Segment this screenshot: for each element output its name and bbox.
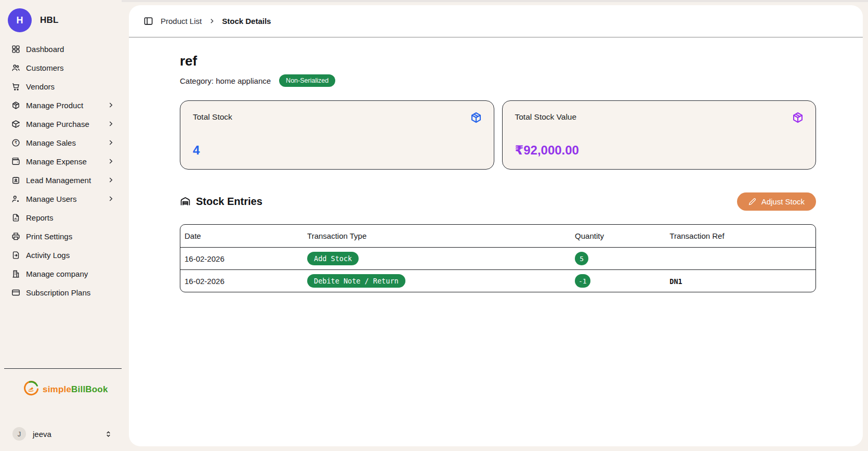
total-stock-label: Total Stock — [193, 112, 481, 122]
chevron-right-icon — [107, 139, 114, 146]
id-card-icon — [11, 176, 20, 185]
sidebar-item-label: Print Settings — [26, 232, 114, 241]
adjust-stock-button-label: Adjust Stock — [761, 197, 805, 206]
stock-entries-table: Date Transaction Type Quantity Transacti… — [180, 224, 816, 292]
cell-date: 16-02-2026 — [180, 247, 303, 269]
sidebar-item-manage-product[interactable]: Manage Product — [0, 96, 122, 114]
app-name: HBL — [40, 15, 59, 25]
customers-icon — [11, 63, 20, 72]
package-icon — [11, 101, 20, 110]
sidebar-item-label: Activity Logs — [26, 251, 114, 260]
sidebar-item-dashboard[interactable]: Dashboard — [0, 40, 122, 58]
vendors-icon — [11, 82, 20, 91]
sidebar-item-vendors[interactable]: Vendors — [0, 77, 122, 96]
sidebar-item-activity-logs[interactable]: Activity Logs — [0, 246, 122, 264]
sidebar-item-subscription-plans[interactable]: Subscription Plans — [0, 283, 122, 302]
sidebar-item-manage-company[interactable]: Manage company — [0, 264, 122, 283]
cell-date: 16-02-2026 — [180, 269, 303, 292]
chevron-right-icon — [107, 120, 114, 127]
file-chart-icon — [11, 213, 20, 222]
product-meta: Category: home appliance Non-Serialized — [180, 74, 816, 87]
chevrons-up-down-icon — [104, 430, 112, 438]
dashboard-icon — [11, 45, 20, 54]
credit-card-icon — [11, 288, 20, 297]
sidebar-item-label: Manage company — [26, 269, 114, 278]
simplebillbook-logo-icon — [23, 380, 40, 399]
stock-entries-title-text: Stock Entries — [196, 196, 262, 208]
file-output-icon — [11, 251, 20, 260]
total-stock-value-label: Total Stock Value — [515, 112, 804, 122]
product-name: ref — [180, 53, 816, 69]
chevron-right-icon — [107, 195, 114, 202]
product-category: Category: home appliance — [180, 76, 271, 85]
table-header-row: Date Transaction Type Quantity Transacti… — [180, 225, 816, 247]
app-avatar: H — [8, 8, 32, 32]
sidebar-toggle-icon[interactable] — [143, 16, 153, 26]
stat-cards: Total Stock 4 Total Stock Value ₹92,000.… — [180, 100, 816, 170]
user-name: jeeva — [33, 430, 98, 439]
transaction-ref-text: DN1 — [669, 277, 682, 286]
chevron-right-icon — [107, 101, 114, 109]
quantity-badge: -1 — [575, 274, 590, 288]
sidebar-item-label: Lead Management — [26, 176, 101, 185]
breadcrumb-stock-details: Stock Details — [222, 17, 271, 25]
page-content: ref Category: home appliance Non-Seriali… — [129, 37, 863, 292]
total-stock-value: 4 — [193, 143, 200, 158]
total-stock-value-amount: ₹92,000.00 — [515, 143, 579, 158]
sidebar-item-label: Manage Product — [26, 101, 101, 110]
printer-icon — [11, 232, 20, 241]
package-icon — [470, 111, 482, 124]
sidebar-item-manage-expense[interactable]: Manage Expense — [0, 152, 122, 171]
column-header-date: Date — [180, 225, 303, 247]
breadcrumb-product-list[interactable]: Product List — [161, 17, 202, 25]
building-icon — [11, 269, 20, 278]
sidebar-item-label: Vendors — [26, 82, 114, 91]
logo-text: simpleBillBook — [43, 384, 108, 395]
page-header: Product List Stock Details — [129, 5, 863, 37]
breadcrumb: Product List Stock Details — [161, 17, 271, 25]
column-header-quantity: Quantity — [571, 225, 665, 247]
pencil-icon — [748, 198, 756, 205]
cell-quantity: 5 — [571, 247, 665, 269]
sidebar-item-reports[interactable]: Reports — [0, 208, 122, 227]
sidebar-item-label: Manage Expense — [26, 157, 101, 166]
rupee-circle-icon: ₹ — [11, 138, 20, 147]
sidebar-item-label: Subscription Plans — [26, 288, 114, 297]
sidebar-item-label: Manage Users — [26, 195, 101, 203]
app-brand: H HBL — [0, 6, 122, 40]
sidebar-item-customers[interactable]: Customers — [0, 58, 122, 77]
cell-quantity: -1 — [571, 269, 665, 292]
sidebar-item-print-settings[interactable]: Print Settings — [0, 227, 122, 246]
sidebar-nav: Dashboard Customers Vendors Manage Produ… — [0, 40, 122, 302]
sidebar-item-lead-management[interactable]: Lead Management — [0, 171, 122, 189]
table-row: 16-02-2026 Debite Note / Return -1 DN1 — [180, 269, 816, 292]
cell-transaction-type: Debite Note / Return — [303, 269, 571, 292]
package-check-icon — [11, 120, 20, 128]
transaction-type-badge: Add Stock — [307, 252, 359, 265]
total-stock-value-card: Total Stock Value ₹92,000.00 — [502, 100, 817, 170]
sidebar-item-label: Manage Sales — [26, 138, 101, 147]
wallet-icon — [11, 157, 20, 166]
column-header-transaction-ref: Transaction Ref — [665, 225, 816, 247]
sidebar-item-label: Manage Purchase — [26, 120, 101, 128]
column-header-transaction-type: Transaction Type — [303, 225, 571, 247]
svg-text:₹: ₹ — [15, 140, 17, 145]
stock-entries-header: Stock Entries Adjust Stock — [180, 192, 816, 211]
user-menu[interactable]: J jeeva — [8, 424, 116, 444]
top-edge-strip — [122, 0, 868, 2]
transaction-type-badge: Debite Note / Return — [307, 274, 405, 288]
sidebar-item-manage-purchase[interactable]: Manage Purchase — [0, 114, 122, 133]
cell-transaction-type: Add Stock — [303, 247, 571, 269]
stock-entries-title: Stock Entries — [180, 196, 262, 208]
sidebar: H HBL Dashboard Customers Vendors Mana — [0, 0, 122, 451]
quantity-badge: 5 — [575, 252, 588, 265]
adjust-stock-button[interactable]: Adjust Stock — [737, 192, 816, 211]
chevron-right-icon — [107, 158, 114, 165]
simplebillbook-logo: simpleBillBook — [0, 369, 122, 399]
sidebar-item-manage-users[interactable]: Manage Users — [0, 189, 122, 208]
total-stock-card: Total Stock 4 — [180, 100, 494, 170]
warehouse-icon — [180, 196, 191, 207]
sidebar-item-manage-sales[interactable]: ₹ Manage Sales — [0, 133, 122, 152]
cell-transaction-ref — [665, 247, 816, 269]
sidebar-item-label: Reports — [26, 213, 114, 222]
